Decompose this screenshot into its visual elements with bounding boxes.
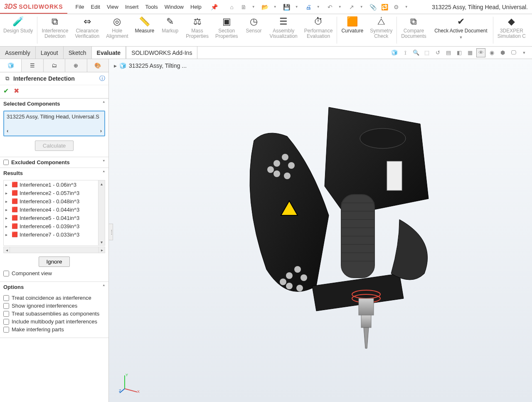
view-orient-icon[interactable]: 🧊 (390, 48, 399, 57)
option-checkbox[interactable] (3, 319, 9, 325)
result-item[interactable]: ▸🟥Interference2 - 0.057in^3 (4, 189, 98, 197)
option-checkbox[interactable] (3, 327, 9, 333)
sel-prev-icon[interactable]: ‹ (7, 128, 8, 134)
option-row[interactable]: Show ignored interferences (3, 302, 105, 310)
options-header[interactable]: Options˄ (0, 282, 108, 292)
zoom-fit-icon[interactable]: 🔍 (411, 48, 421, 57)
feature-manager-tab[interactable]: 🧊 (0, 59, 22, 72)
tab-assembly[interactable]: Assembly (0, 47, 36, 59)
excluded-components-header[interactable]: Excluded Components ˅ (0, 157, 108, 168)
option-checkbox[interactable] (3, 311, 9, 317)
panel-resize-handle[interactable] (109, 224, 113, 240)
ribbon-symmetry[interactable]: ⧊SymmetryCheck (367, 14, 396, 46)
results-header[interactable]: Results˄ (0, 168, 108, 178)
ribbon-clearance[interactable]: ⇔ClearanceVerification (71, 14, 103, 46)
scroll-right-icon[interactable]: ▸ (99, 247, 105, 253)
view-axis-icon[interactable]: ⟟ (401, 48, 410, 57)
view-settings-icon[interactable]: 🖵 (509, 48, 518, 57)
attach-icon[interactable]: 📎 (369, 2, 378, 12)
zoom-area-icon[interactable]: ⬚ (422, 48, 431, 57)
menu-file[interactable]: File (76, 4, 84, 10)
result-item[interactable]: ▸🟥Interference6 - 0.039in^3 (4, 222, 98, 230)
ribbon-sensor[interactable]: ◷Sensor (241, 14, 266, 46)
option-row[interactable]: Include multibody part interferences (3, 318, 105, 326)
tab-layout[interactable]: Layout (36, 47, 64, 59)
menu-help[interactable]: Help (190, 4, 202, 10)
open-icon[interactable]: 📂 (261, 2, 270, 12)
scroll-down-icon[interactable]: ▾ (99, 239, 105, 245)
sel-next-icon[interactable]: › (100, 128, 102, 134)
undo-dropdown-icon[interactable]: ▼ (335, 2, 345, 12)
pin-icon[interactable]: 📌 (210, 2, 219, 12)
results-scrollbar-h[interactable]: ◂ ▸ (3, 247, 105, 253)
calculate-button[interactable]: Calculate (35, 141, 74, 151)
settings-icon[interactable]: ⚙ (392, 2, 401, 12)
new-dropdown-icon[interactable]: ▼ (249, 2, 258, 12)
ribbon-design-study[interactable]: 🧪Design Study (0, 14, 36, 46)
hide-show-icon[interactable]: 👁 (476, 48, 485, 57)
tab-addins[interactable]: SOLIDWORKS Add-Ins (126, 47, 197, 59)
dynamic-annot-icon[interactable]: ◧ (455, 48, 464, 57)
results-scrollbar-v[interactable]: ▴ ▾ (98, 180, 105, 245)
ribbon-measure[interactable]: 📏Measure (132, 14, 158, 46)
scroll-left-icon[interactable]: ◂ (3, 247, 10, 253)
tree-expand-icon[interactable]: ▸ (5, 199, 10, 204)
selected-components-header[interactable]: Selected Components˄ (0, 99, 108, 109)
ignore-button[interactable]: Ignore (39, 256, 70, 267)
ribbon-assy-vis[interactable]: ☰AssemblyVisualization (266, 14, 301, 46)
save-dropdown-icon[interactable]: ▼ (292, 2, 301, 12)
tree-expand-icon[interactable]: ▸ (5, 216, 10, 220)
tree-expand-icon[interactable]: ▸ (5, 232, 10, 237)
display-style-icon[interactable]: ▦ (466, 48, 475, 57)
section-view-icon[interactable]: ▤ (444, 48, 453, 57)
result-item[interactable]: ▸🟥Interference1 - 0.06in^3 (4, 180, 98, 189)
property-manager-tab[interactable]: ☰ (22, 59, 43, 72)
prev-view-icon[interactable]: ↺ (433, 48, 442, 57)
menu-window[interactable]: Window (165, 4, 184, 10)
tree-expand-icon[interactable]: ▸ (5, 183, 10, 187)
tab-evaluate[interactable]: Evaluate (92, 47, 126, 59)
result-item[interactable]: ▸🟥Interference4 - 0.044in^3 (4, 205, 98, 214)
tab-sketch[interactable]: Sketch (64, 47, 92, 59)
config-manager-tab[interactable]: 🗂 (44, 59, 65, 72)
option-checkbox[interactable] (3, 295, 9, 301)
option-row[interactable]: Make interfering parts (3, 326, 105, 333)
ribbon-check-active[interactable]: ✔Check Active Document▼ (430, 14, 492, 46)
ribbon-3dexp[interactable]: ◆3DEXPERSimulation C (494, 14, 529, 46)
apply-scene-icon[interactable]: ◉ (487, 48, 496, 57)
option-row[interactable]: Treat coincidence as interference (3, 294, 105, 302)
result-item[interactable]: ▸🟥Interference7 - 0.033in^3 (4, 230, 98, 239)
print-dropdown-icon[interactable]: ▼ (314, 2, 323, 12)
ribbon-mass-prop[interactable]: ⚖MassProperties (182, 14, 212, 46)
menu-tools[interactable]: Tools (145, 4, 158, 10)
menu-edit[interactable]: Edit (91, 4, 100, 10)
result-item[interactable]: ▸🟥Interference3 - 0.048in^3 (4, 197, 98, 205)
save-icon[interactable]: 💾 (282, 2, 291, 12)
cancel-button[interactable]: ✖ (14, 87, 19, 95)
select-icon[interactable]: ↗ (347, 2, 356, 12)
option-row[interactable]: Treat subassemblies as components (3, 310, 105, 318)
ribbon-perf-eval[interactable]: ⏱PerformanceEvaluation (301, 14, 336, 46)
selected-component-item[interactable]: 313225 Assy, Tilting Head, Universal.S (5, 112, 103, 121)
home-icon[interactable]: ⌂ (227, 2, 236, 12)
menu-insert[interactable]: Insert (125, 4, 139, 10)
view-dropdown-icon[interactable]: ▼ (520, 48, 529, 57)
tree-expand-icon[interactable]: ▸ (5, 191, 10, 195)
feature-breadcrumb[interactable]: ▸ 🧊 313225 Assy, Tilting ... (114, 62, 187, 69)
display-manager-tab[interactable]: 🎨 (87, 59, 108, 72)
open-dropdown-icon[interactable]: ▼ (271, 2, 280, 12)
ribbon-compare[interactable]: ⧉CompareDocuments (398, 14, 430, 46)
edit-appearance-icon[interactable]: ⬢ (498, 48, 507, 57)
graphics-viewport[interactable]: ▸ 🧊 313225 Assy, Tilting ... (109, 59, 532, 402)
ribbon-hole-align[interactable]: ◎HoleAlignment (103, 14, 131, 46)
dimxpert-tab[interactable]: ⊕ (65, 59, 87, 72)
selected-components-box[interactable]: 313225 Assy, Tilting Head, Universal.S ‹… (3, 111, 105, 136)
rebuild-icon[interactable]: 🔁 (380, 2, 389, 12)
select-dropdown-icon[interactable]: ▼ (357, 2, 366, 12)
scroll-up-icon[interactable]: ▴ (99, 180, 105, 187)
help-icon[interactable]: ⓘ (99, 75, 105, 82)
new-icon[interactable]: 🗎 (239, 2, 248, 12)
component-view-checkbox[interactable] (3, 271, 9, 276)
ribbon-interference[interactable]: ⧉InterferenceDetection (38, 14, 71, 46)
component-view-row[interactable]: Component view (3, 269, 105, 277)
